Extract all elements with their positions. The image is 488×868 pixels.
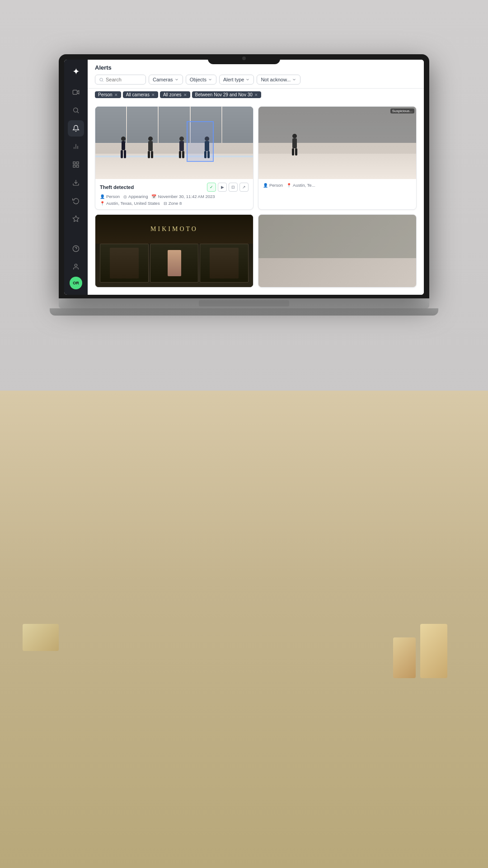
- store-window-3: [200, 244, 249, 283]
- sidebar: ✦: [64, 60, 88, 295]
- card-meta-2: 👤 Person 📍 Austin, Te...: [263, 183, 412, 188]
- store-window-2: [150, 244, 199, 283]
- activity-icon: ◎: [123, 194, 127, 199]
- svg-point-31: [292, 134, 297, 138]
- search-input[interactable]: [106, 77, 142, 82]
- sidebar-item-archive[interactable]: [68, 175, 84, 191]
- laptop-notch: [208, 54, 280, 64]
- alerts-grid: Theft detected ✓ ▶ ⊡ ↗ 👤: [88, 102, 424, 295]
- alert-title-1: Theft detected: [100, 184, 134, 190]
- cameras-filter-button[interactable]: Cameras: [149, 75, 183, 85]
- alert-card-1: Theft detected ✓ ▶ ⊡ ↗ 👤: [95, 106, 253, 210]
- chevron-down-icon: [208, 77, 212, 82]
- sidebar-item-video[interactable]: [68, 84, 84, 100]
- svg-point-13: [75, 264, 77, 266]
- card-info-1: Theft detected ✓ ▶ ⊡ ↗ 👤: [95, 179, 253, 209]
- sidebar-bottom: OR: [68, 241, 84, 289]
- svg-rect-6: [76, 162, 79, 164]
- remove-date-tag[interactable]: ✕: [254, 93, 258, 97]
- alert-card-3: MIKIMOTO: [95, 214, 253, 288]
- wooden-block-2: [393, 637, 416, 678]
- cameras-tag[interactable]: All cameras ✕: [123, 91, 158, 98]
- meta-datetime: 📅 November 30, 11:42 AM 2023: [151, 194, 215, 199]
- wooden-block-1: [420, 624, 447, 678]
- sidebar-item-profile[interactable]: [68, 259, 84, 275]
- svg-rect-32: [292, 138, 297, 148]
- objects-filter-button[interactable]: Objects: [186, 75, 216, 85]
- meta-person-2: 👤 Person: [263, 183, 283, 188]
- right-person-silhouette: [290, 133, 299, 156]
- sidebar-item-grid[interactable]: [68, 156, 84, 173]
- date-tag[interactable]: Between Nov 29 and Nov 30 ✕: [192, 91, 261, 98]
- store-name: MIKIMOTO: [150, 226, 198, 233]
- svg-marker-10: [73, 216, 79, 222]
- alert-image-2: Suspicious...: [258, 107, 416, 179]
- calendar-icon: 📅: [151, 194, 156, 199]
- card-title-row-1: Theft detected ✓ ▶ ⊡ ↗: [100, 183, 249, 192]
- chevron-down-icon: [174, 77, 179, 82]
- laptop-touchpad: [199, 300, 289, 307]
- svg-rect-34: [295, 148, 297, 156]
- window-person: [168, 250, 181, 277]
- wooden-block-3: [23, 624, 59, 651]
- meta-person: 👤 Person: [100, 194, 120, 199]
- svg-point-11: [73, 245, 79, 251]
- person-2-silhouette: [146, 136, 155, 159]
- view-button[interactable]: ⊡: [229, 183, 238, 192]
- laptop-screen: ✦: [64, 60, 424, 295]
- card-info-2: 👤 Person 📍 Austin, Te...: [258, 179, 416, 191]
- play-button[interactable]: ▶: [218, 183, 227, 192]
- user-avatar[interactable]: OR: [70, 277, 82, 289]
- svg-rect-16: [122, 141, 125, 150]
- sidebar-item-favorites[interactable]: [68, 211, 84, 227]
- svg-rect-5: [73, 162, 75, 164]
- svg-rect-20: [148, 141, 153, 151]
- app-logo: ✦: [70, 65, 82, 78]
- location-icon-2: 📍: [286, 183, 291, 188]
- remove-zones-tag[interactable]: ✕: [183, 93, 187, 97]
- alert-image-1: [95, 107, 253, 179]
- store-scene: MIKIMOTO: [95, 215, 253, 287]
- right-floor: [258, 154, 416, 179]
- search-wrapper[interactable]: [95, 75, 146, 85]
- svg-rect-8: [76, 165, 79, 167]
- sidebar-item-alerts[interactable]: [68, 120, 84, 137]
- check-button[interactable]: ✓: [207, 183, 216, 192]
- svg-rect-33: [292, 148, 294, 156]
- sidebar-item-help[interactable]: [68, 241, 84, 257]
- remove-cameras-tag[interactable]: ✕: [151, 93, 155, 97]
- person-tag[interactable]: Person ✕: [95, 91, 121, 98]
- meta-location-2: 📍 Austin, Te...: [286, 183, 315, 188]
- alert-image-3: MIKIMOTO: [95, 215, 253, 287]
- person-3-silhouette: [177, 136, 186, 159]
- sidebar-item-analytics[interactable]: [68, 138, 84, 155]
- svg-point-19: [148, 137, 153, 141]
- location-icon: 📍: [100, 201, 105, 206]
- person-icon-2: 👤: [263, 183, 268, 188]
- status-filter-button[interactable]: Not acknow...: [257, 75, 300, 85]
- sidebar-item-search[interactable]: [68, 102, 84, 118]
- svg-point-15: [121, 137, 126, 141]
- alert-image-4: [258, 215, 416, 287]
- svg-rect-25: [179, 151, 181, 158]
- tags-row: Person ✕ All cameras ✕ All zones ✕ Betwe…: [88, 89, 424, 102]
- sidebar-item-history[interactable]: [68, 193, 84, 209]
- desk-background: [0, 391, 488, 868]
- share-button[interactable]: ↗: [239, 183, 249, 192]
- alert-type-filter-button[interactable]: Alert type: [219, 75, 254, 85]
- alert-card-2: Suspicious... 👤 Person 📍 Austin, T: [258, 106, 417, 210]
- laptop-bottom-edge: [50, 308, 438, 316]
- store-windows: [95, 244, 253, 287]
- mall-scene: [95, 107, 253, 179]
- remove-person-tag[interactable]: ✕: [114, 93, 118, 97]
- page-title: Alerts: [95, 64, 417, 71]
- svg-point-1: [74, 108, 78, 112]
- svg-rect-17: [121, 150, 123, 158]
- store-sign-area: MIKIMOTO: [95, 215, 253, 244]
- main-content: Alerts Cameras: [88, 60, 424, 295]
- person-1-silhouette: [119, 136, 128, 159]
- zones-tag[interactable]: All zones ✕: [160, 91, 190, 98]
- meta-activity: ◎ Appearing: [123, 194, 148, 199]
- right-scene-bg2: [258, 215, 416, 258]
- alert-card-4: [258, 214, 417, 288]
